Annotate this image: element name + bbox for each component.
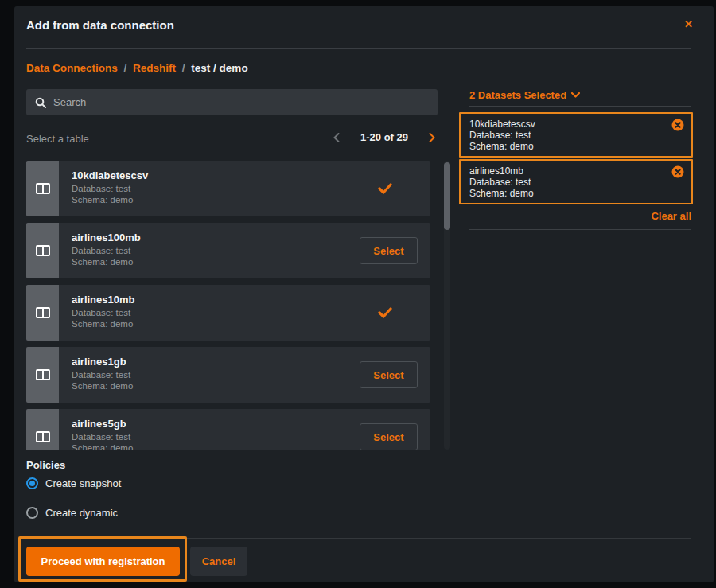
proceed-with-registration-button[interactable]: Proceed with registration (26, 547, 180, 576)
breadcrumb-separator: / (179, 62, 189, 74)
table-database: Database: test (72, 432, 130, 442)
search-input[interactable] (53, 96, 403, 108)
table-icon (26, 409, 59, 450)
breadcrumb-link-data-connections[interactable]: Data Connections (26, 62, 118, 74)
table-name: airlines5gb (72, 418, 126, 430)
breadcrumb: Data Connections / Redshift / test / dem… (26, 62, 248, 74)
table-name: airlines1gb (72, 356, 126, 368)
table-schema: Schema: demo (72, 257, 133, 267)
table-database: Database: test (72, 246, 130, 255)
next-page-icon[interactable] (426, 132, 438, 143)
pagination-range: 1-20 of 29 (360, 131, 408, 143)
search-box[interactable] (26, 89, 438, 115)
dataset-database: Database: test (469, 177, 531, 188)
selected-check-icon (378, 307, 392, 321)
table-row[interactable]: airlines10mb Database: test Schema: demo (26, 285, 430, 341)
pagination: 1-20 of 29 (331, 131, 438, 143)
selected-dataset-card: airlines10mb Database: test Schema: demo (459, 159, 693, 204)
add-from-data-connection-modal: Add from data connection ✕ Data Connecti… (14, 6, 714, 582)
radio-label: Create snapshot (45, 477, 121, 489)
selected-check-icon (378, 183, 392, 197)
selected-dataset-card: 10kdiabetescsv Database: test Schema: de… (459, 112, 693, 158)
dataset-database: Database: test (469, 130, 531, 141)
table-icon (26, 347, 59, 403)
table-database: Database: test (72, 308, 130, 317)
table-row[interactable]: airlines5gb Database: test Schema: demo … (26, 409, 430, 450)
table-row[interactable]: 10kdiabetescsv Database: test Schema: de… (26, 161, 430, 216)
breadcrumb-current: test / demo (191, 62, 247, 74)
select-button[interactable]: Select (360, 237, 418, 264)
table-schema: Schema: demo (72, 195, 133, 204)
scrollbar-thumb[interactable] (444, 162, 450, 230)
remove-dataset-icon[interactable] (671, 119, 684, 134)
select-a-table-label: Select a table (26, 133, 89, 145)
header-divider (26, 48, 691, 49)
search-icon (35, 97, 46, 108)
radio-create-dynamic[interactable]: Create dynamic (26, 507, 118, 519)
dataset-name: 10kdiabetescsv (469, 119, 535, 130)
selected-datasets-panel: 2 Datasets Selected 10kdiabetescsv Datab… (459, 89, 693, 101)
dataset-schema: Schema: demo (469, 141, 534, 152)
table-name: airlines10mb (72, 294, 135, 306)
scrollbar-track[interactable] (444, 161, 450, 450)
table-name: 10kdiabetescsv (72, 169, 148, 181)
table-icon (26, 285, 59, 341)
select-button[interactable]: Select (360, 423, 418, 450)
dataset-schema: Schema: demo (469, 188, 534, 199)
policies-label: Policies (26, 459, 65, 471)
table-database: Database: test (72, 184, 130, 193)
table-name: airlines100mb (72, 232, 141, 243)
dataset-name: airlines10mb (469, 165, 523, 177)
radio-unselected-icon[interactable] (26, 507, 38, 519)
breadcrumb-separator: / (121, 62, 130, 74)
radio-create-snapshot[interactable]: Create snapshot (26, 477, 121, 489)
table-database: Database: test (72, 370, 130, 380)
table-list: 10kdiabetescsv Database: test Schema: de… (26, 161, 430, 450)
selected-datasets-header[interactable]: 2 Datasets Selected (469, 89, 693, 101)
table-icon (26, 161, 59, 216)
table-row[interactable]: airlines100mb Database: test Schema: dem… (26, 223, 430, 278)
remove-dataset-icon[interactable] (671, 165, 684, 181)
selected-datasets-count: 2 Datasets Selected (469, 89, 566, 101)
panel-divider (469, 106, 691, 107)
radio-label: Create dynamic (45, 507, 118, 519)
table-icon (26, 223, 59, 278)
breadcrumb-link-redshift[interactable]: Redshift (133, 62, 176, 74)
table-schema: Schema: demo (72, 381, 133, 391)
close-icon[interactable]: ✕ (684, 18, 693, 30)
modal-title: Add from data connection (26, 18, 174, 32)
clear-all-link[interactable]: Clear all (651, 210, 691, 222)
prev-page-icon[interactable] (331, 132, 342, 143)
table-schema: Schema: demo (72, 319, 133, 329)
panel-divider (469, 229, 691, 230)
table-schema: Schema: demo (72, 443, 133, 450)
radio-selected-icon[interactable] (26, 477, 38, 489)
select-button[interactable]: Select (360, 361, 418, 388)
cancel-button[interactable]: Cancel (190, 547, 247, 576)
table-row[interactable]: airlines1gb Database: test Schema: demo … (26, 347, 430, 403)
chevron-down-icon (571, 92, 580, 98)
